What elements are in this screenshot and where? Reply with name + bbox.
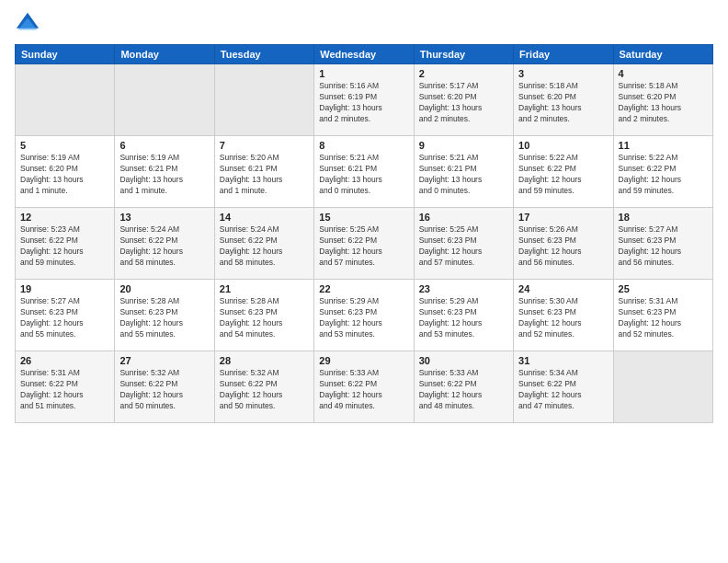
day-number: 7 [220, 140, 309, 151]
calendar-cell: 15Sunrise: 5:25 AM Sunset: 6:22 PM Dayli… [314, 208, 414, 280]
calendar-cell: 18Sunrise: 5:27 AM Sunset: 6:23 PM Dayli… [613, 208, 712, 280]
week-row: 5Sunrise: 5:19 AM Sunset: 6:20 PM Daylig… [16, 136, 713, 208]
day-number: 16 [419, 212, 508, 223]
day-number: 22 [319, 283, 408, 294]
calendar-cell: 11Sunrise: 5:22 AM Sunset: 6:22 PM Dayli… [613, 136, 712, 208]
calendar-cell [16, 64, 115, 136]
week-row: 12Sunrise: 5:23 AM Sunset: 6:22 PM Dayli… [16, 208, 713, 280]
day-header: Wednesday [314, 45, 414, 64]
day-header: Saturday [613, 45, 712, 64]
day-number: 20 [119, 283, 209, 294]
day-info: Sunrise: 5:21 AM Sunset: 6:21 PM Dayligh… [419, 153, 508, 197]
day-number: 26 [20, 355, 109, 366]
day-number: 28 [220, 355, 309, 366]
calendar-cell: 26Sunrise: 5:31 AM Sunset: 6:22 PM Dayli… [16, 351, 115, 423]
day-info: Sunrise: 5:32 AM Sunset: 6:22 PM Dayligh… [119, 368, 209, 412]
calendar-cell: 10Sunrise: 5:22 AM Sunset: 6:22 PM Dayli… [514, 136, 613, 208]
calendar-cell: 14Sunrise: 5:24 AM Sunset: 6:22 PM Dayli… [214, 208, 313, 280]
calendar-cell: 7Sunrise: 5:20 AM Sunset: 6:21 PM Daylig… [214, 136, 313, 208]
calendar-cell: 25Sunrise: 5:31 AM Sunset: 6:23 PM Dayli… [613, 280, 712, 351]
calendar-cell: 30Sunrise: 5:33 AM Sunset: 6:22 PM Dayli… [414, 351, 513, 423]
day-number: 9 [419, 140, 508, 151]
day-info: Sunrise: 5:18 AM Sunset: 6:20 PM Dayligh… [518, 81, 608, 125]
page: SundayMondayTuesdayWednesdayThursdayFrid… [0, 0, 728, 563]
calendar-cell: 4Sunrise: 5:18 AM Sunset: 6:20 PM Daylig… [613, 64, 712, 136]
day-number: 12 [20, 212, 109, 223]
day-info: Sunrise: 5:21 AM Sunset: 6:21 PM Dayligh… [319, 153, 408, 197]
calendar-cell: 29Sunrise: 5:33 AM Sunset: 6:22 PM Dayli… [314, 351, 414, 423]
day-number: 21 [220, 283, 309, 294]
calendar-cell: 22Sunrise: 5:29 AM Sunset: 6:23 PM Dayli… [314, 280, 414, 351]
day-info: Sunrise: 5:27 AM Sunset: 6:23 PM Dayligh… [20, 296, 109, 340]
day-info: Sunrise: 5:32 AM Sunset: 6:22 PM Dayligh… [220, 368, 309, 412]
day-info: Sunrise: 5:31 AM Sunset: 6:23 PM Dayligh… [619, 296, 708, 340]
week-row: 26Sunrise: 5:31 AM Sunset: 6:22 PM Dayli… [16, 351, 713, 423]
day-number: 4 [619, 68, 708, 79]
calendar-cell: 8Sunrise: 5:21 AM Sunset: 6:21 PM Daylig… [314, 136, 414, 208]
calendar-cell [613, 351, 712, 423]
day-info: Sunrise: 5:19 AM Sunset: 6:21 PM Dayligh… [119, 153, 209, 197]
calendar-cell: 31Sunrise: 5:34 AM Sunset: 6:22 PM Dayli… [514, 351, 613, 423]
day-info: Sunrise: 5:24 AM Sunset: 6:22 PM Dayligh… [119, 224, 209, 269]
day-info: Sunrise: 5:27 AM Sunset: 6:23 PM Dayligh… [619, 224, 708, 269]
calendar-cell: 23Sunrise: 5:29 AM Sunset: 6:23 PM Dayli… [414, 280, 513, 351]
week-row: 1Sunrise: 5:16 AM Sunset: 6:19 PM Daylig… [16, 64, 713, 136]
day-number: 24 [518, 283, 608, 294]
day-header: Friday [514, 45, 613, 64]
calendar-cell: 1Sunrise: 5:16 AM Sunset: 6:19 PM Daylig… [314, 64, 414, 136]
week-row: 19Sunrise: 5:27 AM Sunset: 6:23 PM Dayli… [16, 280, 713, 351]
header-row: SundayMondayTuesdayWednesdayThursdayFrid… [16, 45, 713, 64]
day-number: 3 [518, 68, 608, 79]
day-number: 10 [518, 140, 608, 151]
calendar-cell [214, 64, 313, 136]
day-info: Sunrise: 5:24 AM Sunset: 6:22 PM Dayligh… [220, 224, 309, 269]
calendar-cell: 16Sunrise: 5:25 AM Sunset: 6:23 PM Dayli… [414, 208, 513, 280]
calendar-cell: 21Sunrise: 5:28 AM Sunset: 6:23 PM Dayli… [214, 280, 313, 351]
day-info: Sunrise: 5:19 AM Sunset: 6:20 PM Dayligh… [20, 153, 109, 197]
calendar-cell: 20Sunrise: 5:28 AM Sunset: 6:23 PM Dayli… [115, 280, 214, 351]
day-info: Sunrise: 5:33 AM Sunset: 6:22 PM Dayligh… [419, 368, 508, 412]
day-info: Sunrise: 5:18 AM Sunset: 6:20 PM Dayligh… [619, 81, 708, 125]
day-info: Sunrise: 5:30 AM Sunset: 6:23 PM Dayligh… [518, 296, 608, 340]
day-number: 23 [419, 283, 508, 294]
day-header: Thursday [414, 45, 513, 64]
calendar-cell: 2Sunrise: 5:17 AM Sunset: 6:20 PM Daylig… [414, 64, 513, 136]
day-number: 29 [319, 355, 408, 366]
header [15, 11, 713, 37]
day-info: Sunrise: 5:28 AM Sunset: 6:23 PM Dayligh… [220, 296, 309, 340]
day-number: 5 [20, 140, 109, 151]
day-number: 25 [619, 283, 708, 294]
calendar-cell: 13Sunrise: 5:24 AM Sunset: 6:22 PM Dayli… [115, 208, 214, 280]
day-info: Sunrise: 5:31 AM Sunset: 6:22 PM Dayligh… [20, 368, 109, 412]
day-number: 6 [119, 140, 209, 151]
calendar-cell: 17Sunrise: 5:26 AM Sunset: 6:23 PM Dayli… [514, 208, 613, 280]
day-number: 1 [319, 68, 408, 79]
calendar-cell: 6Sunrise: 5:19 AM Sunset: 6:21 PM Daylig… [115, 136, 214, 208]
day-number: 8 [319, 140, 408, 151]
day-header: Monday [115, 45, 214, 64]
day-header: Sunday [16, 45, 115, 64]
day-info: Sunrise: 5:16 AM Sunset: 6:19 PM Dayligh… [319, 81, 408, 125]
day-number: 2 [419, 68, 508, 79]
day-info: Sunrise: 5:25 AM Sunset: 6:23 PM Dayligh… [419, 224, 508, 269]
day-info: Sunrise: 5:17 AM Sunset: 6:20 PM Dayligh… [419, 81, 508, 125]
calendar-cell: 9Sunrise: 5:21 AM Sunset: 6:21 PM Daylig… [414, 136, 513, 208]
day-number: 11 [619, 140, 708, 151]
day-number: 17 [518, 212, 608, 223]
calendar-cell: 12Sunrise: 5:23 AM Sunset: 6:22 PM Dayli… [16, 208, 115, 280]
day-number: 15 [319, 212, 408, 223]
day-info: Sunrise: 5:28 AM Sunset: 6:23 PM Dayligh… [119, 296, 209, 340]
day-number: 27 [119, 355, 209, 366]
day-info: Sunrise: 5:25 AM Sunset: 6:22 PM Dayligh… [319, 224, 408, 269]
day-number: 30 [419, 355, 508, 366]
calendar-cell: 24Sunrise: 5:30 AM Sunset: 6:23 PM Dayli… [514, 280, 613, 351]
calendar-cell: 5Sunrise: 5:19 AM Sunset: 6:20 PM Daylig… [16, 136, 115, 208]
day-info: Sunrise: 5:34 AM Sunset: 6:22 PM Dayligh… [518, 368, 608, 412]
calendar-cell: 28Sunrise: 5:32 AM Sunset: 6:22 PM Dayli… [214, 351, 313, 423]
day-number: 18 [619, 212, 708, 223]
day-info: Sunrise: 5:22 AM Sunset: 6:22 PM Dayligh… [518, 153, 608, 197]
calendar-cell: 19Sunrise: 5:27 AM Sunset: 6:23 PM Dayli… [16, 280, 115, 351]
day-info: Sunrise: 5:29 AM Sunset: 6:23 PM Dayligh… [319, 296, 408, 340]
logo-icon [15, 11, 40, 37]
day-number: 31 [518, 355, 608, 366]
